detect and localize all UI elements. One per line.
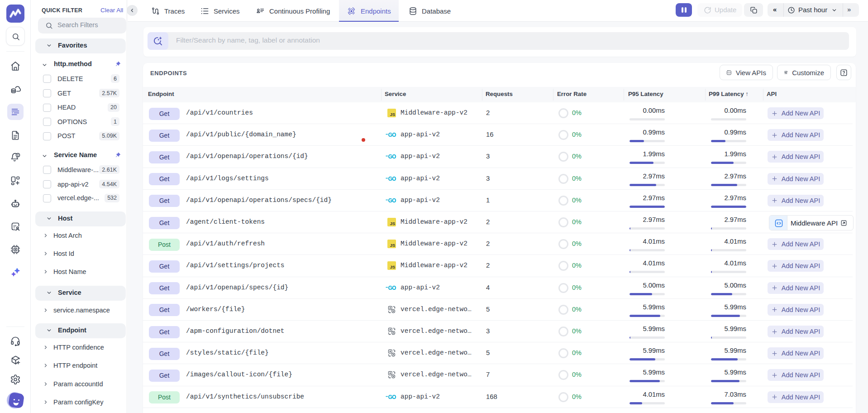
svg-text:GO: GO <box>388 394 396 400</box>
svg-text:GO: GO <box>388 154 396 160</box>
svg-text:GO: GO <box>388 132 396 138</box>
svg-text:GO: GO <box>388 197 396 204</box>
svg-text:GO: GO <box>388 284 396 291</box>
svg-text:GO: GO <box>388 175 396 182</box>
